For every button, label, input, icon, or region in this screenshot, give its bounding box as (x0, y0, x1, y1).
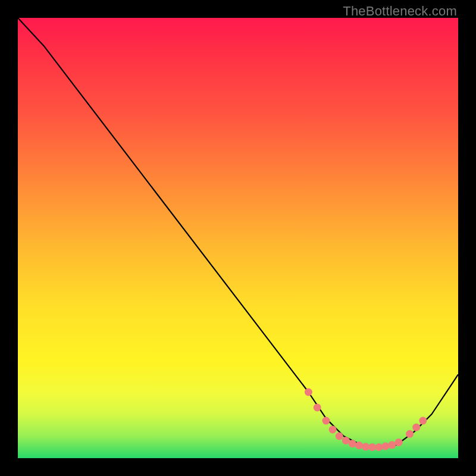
highlight-dot (389, 441, 396, 449)
highlight-dot (355, 441, 363, 449)
watermark-text: TheBottleneck.com (343, 4, 457, 19)
highlight-dot (368, 443, 376, 451)
highlight-dot (322, 417, 330, 425)
highlight-dot (349, 440, 356, 447)
highlight-dot (342, 437, 350, 444)
highlight-dot (419, 417, 427, 425)
highlight-dot (412, 424, 420, 431)
highlight-dot (362, 443, 369, 450)
highlight-dot (305, 389, 312, 396)
highlight-dot (381, 443, 389, 450)
highlight-dot (314, 403, 321, 411)
highlight-dot (395, 439, 403, 446)
curve-svg (18, 18, 458, 458)
bottleneck-curve (18, 18, 458, 447)
highlight-dot (375, 443, 383, 451)
highlight-dots (305, 389, 427, 452)
highlight-dot (336, 433, 343, 440)
plot-area (18, 18, 458, 458)
highlight-dot (406, 430, 414, 438)
highlight-dot (329, 425, 337, 433)
chart-frame: TheBottleneck.com (0, 0, 476, 476)
